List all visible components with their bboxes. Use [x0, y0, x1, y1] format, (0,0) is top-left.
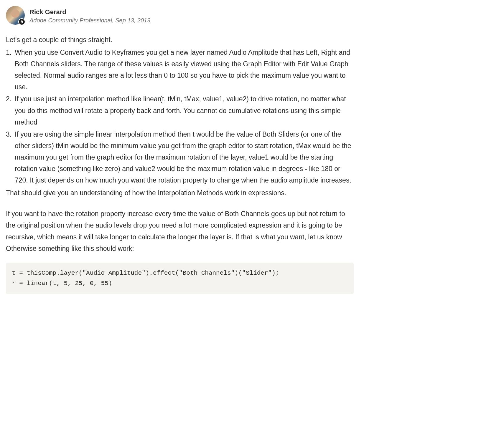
author-info: Rick Gerard Adobe Community Professional… [29, 6, 150, 24]
numbered-list: When you use Convert Audio to Keyframes … [6, 47, 354, 186]
list-item: If you are using the simple linear inter… [6, 129, 354, 186]
list-item: When you use Convert Audio to Keyframes … [6, 47, 354, 93]
author-meta: Adobe Community Professional, Sep 13, 20… [29, 17, 150, 24]
avatar-wrapper[interactable] [6, 6, 25, 25]
author-role: Adobe Community Professional [29, 17, 112, 24]
professional-badge-icon [18, 18, 25, 25]
post-header: Rick Gerard Adobe Community Professional… [6, 6, 354, 25]
body-paragraph: If you want to have the rotation propert… [6, 208, 354, 254]
list-item: If you use just an interpolation method … [6, 93, 354, 128]
forum-post: Rick Gerard Adobe Community Professional… [6, 6, 354, 294]
post-date: Sep 13, 2019 [115, 17, 150, 24]
code-block[interactable]: t = thisComp.layer("Audio Amplitude").ef… [6, 263, 354, 294]
intro-text: Let's get a couple of things straight. [6, 34, 354, 46]
post-body: Let's get a couple of things straight. W… [6, 34, 354, 294]
followup-text: That should give you an understanding of… [6, 187, 354, 199]
author-name[interactable]: Rick Gerard [29, 8, 150, 16]
